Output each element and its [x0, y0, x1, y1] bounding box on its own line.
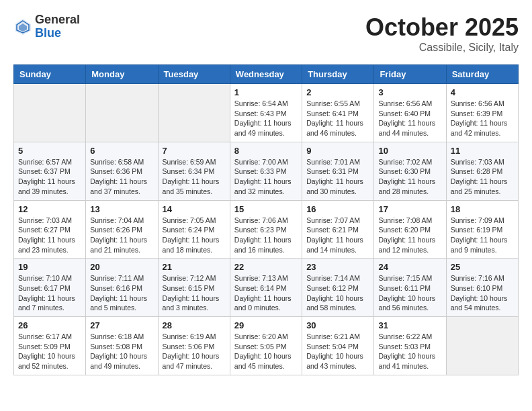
calendar-cell	[86, 84, 158, 142]
day-number: 16	[306, 204, 369, 214]
day-number: 7	[163, 146, 226, 156]
day-info: Sunrise: 6:18 AM Sunset: 5:08 PM Dayligh…	[90, 332, 153, 371]
day-number: 23	[306, 262, 369, 272]
day-number: 4	[451, 87, 514, 97]
day-number: 22	[234, 262, 298, 272]
day-number: 25	[451, 262, 514, 272]
calendar-cell: 4Sunrise: 6:56 AM Sunset: 6:39 PM Daylig…	[446, 84, 518, 142]
day-number: 3	[378, 87, 441, 97]
day-number: 18	[451, 204, 514, 214]
day-number: 14	[163, 204, 226, 214]
day-info: Sunrise: 7:09 AM Sunset: 6:19 PM Dayligh…	[451, 216, 514, 255]
day-number: 15	[234, 204, 298, 214]
calendar-cell	[14, 84, 86, 142]
day-info: Sunrise: 7:00 AM Sunset: 6:33 PM Dayligh…	[234, 157, 298, 197]
day-info: Sunrise: 7:03 AM Sunset: 6:27 PM Dayligh…	[18, 216, 81, 255]
day-of-week-header: Thursday	[302, 65, 374, 84]
logo-text: General Blue	[35, 13, 80, 40]
calendar-cell: 25Sunrise: 7:16 AM Sunset: 6:10 PM Dayli…	[446, 259, 518, 317]
calendar-week-row: 19Sunrise: 7:10 AM Sunset: 6:17 PM Dayli…	[14, 259, 519, 317]
day-info: Sunrise: 7:13 AM Sunset: 6:14 PM Dayligh…	[234, 273, 298, 313]
calendar-cell: 7Sunrise: 6:59 AM Sunset: 6:34 PM Daylig…	[158, 142, 230, 200]
calendar-cell: 27Sunrise: 6:18 AM Sunset: 5:08 PM Dayli…	[86, 317, 158, 375]
day-number: 11	[451, 146, 514, 156]
calendar-cell: 2Sunrise: 6:55 AM Sunset: 6:41 PM Daylig…	[302, 84, 374, 142]
day-info: Sunrise: 7:06 AM Sunset: 6:23 PM Dayligh…	[234, 216, 298, 255]
day-info: Sunrise: 6:20 AM Sunset: 5:05 PM Dayligh…	[234, 332, 298, 371]
day-info: Sunrise: 6:21 AM Sunset: 5:04 PM Dayligh…	[306, 332, 369, 371]
calendar-cell: 15Sunrise: 7:06 AM Sunset: 6:23 PM Dayli…	[230, 200, 302, 259]
day-number: 21	[163, 262, 226, 272]
location: Cassibile, Sicily, Italy	[365, 42, 519, 54]
day-info: Sunrise: 6:58 AM Sunset: 6:36 PM Dayligh…	[90, 157, 153, 197]
calendar-cell	[158, 84, 230, 142]
day-number: 24	[378, 262, 441, 272]
calendar-cell: 20Sunrise: 7:11 AM Sunset: 6:16 PM Dayli…	[86, 259, 158, 317]
calendar-cell: 30Sunrise: 6:21 AM Sunset: 5:04 PM Dayli…	[302, 317, 374, 375]
calendar-cell: 21Sunrise: 7:12 AM Sunset: 6:15 PM Dayli…	[158, 259, 230, 317]
calendar-cell: 1Sunrise: 6:54 AM Sunset: 6:43 PM Daylig…	[230, 84, 302, 142]
calendar-week-row: 5Sunrise: 6:57 AM Sunset: 6:37 PM Daylig…	[14, 142, 519, 200]
day-info: Sunrise: 6:56 AM Sunset: 6:39 PM Dayligh…	[451, 99, 514, 138]
day-of-week-header: Friday	[374, 65, 446, 84]
day-number: 17	[378, 204, 441, 214]
day-info: Sunrise: 7:07 AM Sunset: 6:21 PM Dayligh…	[306, 216, 369, 255]
day-info: Sunrise: 7:03 AM Sunset: 6:28 PM Dayligh…	[451, 157, 514, 197]
calendar-week-row: 12Sunrise: 7:03 AM Sunset: 6:27 PM Dayli…	[14, 200, 519, 259]
calendar-cell: 9Sunrise: 7:01 AM Sunset: 6:31 PM Daylig…	[302, 142, 374, 200]
day-number: 8	[234, 146, 298, 156]
day-info: Sunrise: 6:57 AM Sunset: 6:37 PM Dayligh…	[18, 157, 81, 197]
month-title: October 2025	[365, 13, 519, 42]
calendar-cell: 14Sunrise: 7:05 AM Sunset: 6:24 PM Dayli…	[158, 200, 230, 259]
day-number: 10	[378, 146, 441, 156]
day-number: 31	[378, 320, 441, 330]
day-info: Sunrise: 7:12 AM Sunset: 6:15 PM Dayligh…	[163, 273, 226, 313]
day-info: Sunrise: 6:56 AM Sunset: 6:40 PM Dayligh…	[378, 99, 441, 138]
day-of-week-header: Tuesday	[158, 65, 230, 84]
calendar-cell: 8Sunrise: 7:00 AM Sunset: 6:33 PM Daylig…	[230, 142, 302, 200]
day-number: 12	[18, 204, 81, 214]
day-info: Sunrise: 6:17 AM Sunset: 5:09 PM Dayligh…	[18, 332, 81, 371]
calendar-cell: 17Sunrise: 7:08 AM Sunset: 6:20 PM Dayli…	[374, 200, 446, 259]
day-number: 6	[90, 146, 153, 156]
calendar-cell: 29Sunrise: 6:20 AM Sunset: 5:05 PM Dayli…	[230, 317, 302, 375]
day-number: 30	[306, 320, 369, 330]
calendar-cell: 3Sunrise: 6:56 AM Sunset: 6:40 PM Daylig…	[374, 84, 446, 142]
day-number: 28	[163, 320, 226, 330]
day-number: 19	[18, 262, 81, 272]
calendar-cell	[446, 317, 518, 375]
logo-icon	[13, 17, 32, 36]
calendar-cell: 31Sunrise: 6:22 AM Sunset: 5:03 PM Dayli…	[374, 317, 446, 375]
calendar-cell: 12Sunrise: 7:03 AM Sunset: 6:27 PM Dayli…	[14, 200, 86, 259]
day-info: Sunrise: 7:11 AM Sunset: 6:16 PM Dayligh…	[90, 273, 153, 313]
day-number: 20	[90, 262, 153, 272]
calendar-week-row: 1Sunrise: 6:54 AM Sunset: 6:43 PM Daylig…	[14, 84, 519, 142]
calendar-header-row: SundayMondayTuesdayWednesdayThursdayFrid…	[14, 65, 519, 84]
day-info: Sunrise: 7:15 AM Sunset: 6:11 PM Dayligh…	[378, 273, 441, 313]
calendar-cell: 24Sunrise: 7:15 AM Sunset: 6:11 PM Dayli…	[374, 259, 446, 317]
calendar-cell: 18Sunrise: 7:09 AM Sunset: 6:19 PM Dayli…	[446, 200, 518, 259]
calendar-cell: 13Sunrise: 7:04 AM Sunset: 6:26 PM Dayli…	[86, 200, 158, 259]
calendar-cell: 16Sunrise: 7:07 AM Sunset: 6:21 PM Dayli…	[302, 200, 374, 259]
day-info: Sunrise: 7:16 AM Sunset: 6:10 PM Dayligh…	[451, 273, 514, 313]
day-info: Sunrise: 7:05 AM Sunset: 6:24 PM Dayligh…	[163, 216, 226, 255]
day-number: 9	[306, 146, 369, 156]
day-of-week-header: Saturday	[446, 65, 518, 84]
calendar-cell: 22Sunrise: 7:13 AM Sunset: 6:14 PM Dayli…	[230, 259, 302, 317]
calendar-cell: 23Sunrise: 7:14 AM Sunset: 6:12 PM Dayli…	[302, 259, 374, 317]
day-number: 26	[18, 320, 81, 330]
calendar-week-row: 26Sunrise: 6:17 AM Sunset: 5:09 PM Dayli…	[14, 317, 519, 375]
day-info: Sunrise: 7:02 AM Sunset: 6:30 PM Dayligh…	[378, 157, 441, 197]
day-info: Sunrise: 6:59 AM Sunset: 6:34 PM Dayligh…	[163, 157, 226, 197]
calendar-cell: 26Sunrise: 6:17 AM Sunset: 5:09 PM Dayli…	[14, 317, 86, 375]
page-header: General Blue October 2025 Cassibile, Sic…	[13, 13, 519, 54]
day-number: 2	[306, 87, 369, 97]
day-of-week-header: Monday	[86, 65, 158, 84]
logo-blue: Blue	[35, 27, 80, 40]
calendar-cell: 10Sunrise: 7:02 AM Sunset: 6:30 PM Dayli…	[374, 142, 446, 200]
day-info: Sunrise: 7:14 AM Sunset: 6:12 PM Dayligh…	[306, 273, 369, 313]
day-info: Sunrise: 6:19 AM Sunset: 5:06 PM Dayligh…	[163, 332, 226, 371]
day-info: Sunrise: 7:08 AM Sunset: 6:20 PM Dayligh…	[378, 216, 441, 255]
day-number: 5	[18, 146, 81, 156]
day-number: 1	[234, 87, 298, 97]
